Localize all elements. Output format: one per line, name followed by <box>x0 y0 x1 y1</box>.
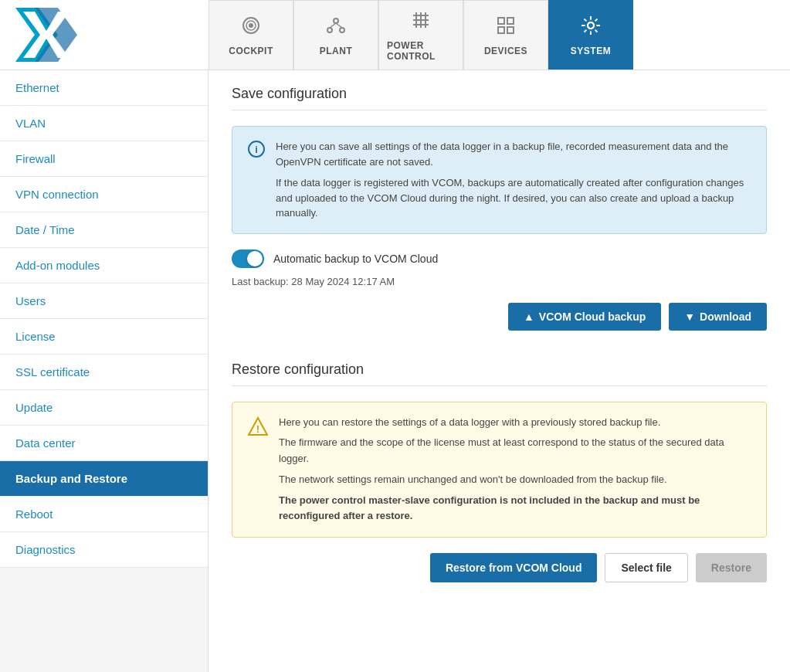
toggle-label: Automatic backup to VCOM Cloud <box>273 253 438 265</box>
download-icon: ▼ <box>684 311 695 323</box>
tab-power-control-label: POWER CONTROL <box>387 40 455 62</box>
tab-power-control[interactable]: POWER CONTROL <box>378 0 463 70</box>
tab-devices[interactable]: DEVICES <box>463 0 548 70</box>
sidebar-item-update[interactable]: Update <box>0 390 208 426</box>
vcom-up-icon: ▲ <box>524 311 534 323</box>
sidebar-item-datacenter[interactable]: Data center <box>0 426 208 461</box>
save-button-row: ▲ VCOM Cloud backup ▼ Download <box>232 303 767 331</box>
restore-config-divider <box>232 385 767 386</box>
svg-point-4 <box>249 23 253 28</box>
save-config-section: Save configuration i Here you can save a… <box>209 70 790 346</box>
restore-vcom-label: Restore from VCOM Cloud <box>446 562 582 574</box>
restore-warn-box: ! Here you can restore the settings of a… <box>232 402 767 538</box>
save-info-box: i Here you can save all settings of the … <box>232 126 767 234</box>
download-button[interactable]: ▼ Download <box>669 303 767 331</box>
svg-point-8 <box>340 28 344 32</box>
tab-system[interactable]: SYSTEM <box>548 0 633 70</box>
restore-warn-line4: The power control master-slave configura… <box>279 493 751 525</box>
svg-rect-19 <box>498 27 504 33</box>
auto-backup-toggle-row: Automatic backup to VCOM Cloud <box>232 249 767 268</box>
svg-text:!: ! <box>256 423 259 435</box>
auto-backup-toggle[interactable] <box>232 249 264 268</box>
sidebar-item-ssl[interactable]: SSL certificate <box>0 355 208 390</box>
restore-label: Restore <box>711 562 751 574</box>
svg-rect-20 <box>507 27 514 33</box>
power-control-icon <box>410 9 432 36</box>
last-backup-value: 28 May 2024 12:17 AM <box>291 276 395 287</box>
restore-warn-line1: Here you can restore the settings of a d… <box>279 415 751 431</box>
plant-icon <box>325 15 347 41</box>
warning-triangle-icon: ! <box>248 416 268 525</box>
save-info-line1: Here you can save all settings of the da… <box>276 139 751 169</box>
save-config-title: Save configuration <box>232 86 767 102</box>
svg-text:i: i <box>255 144 258 155</box>
vcom-backup-label: VCOM Cloud backup <box>539 311 646 323</box>
svg-point-6 <box>334 19 338 23</box>
tab-cockpit[interactable]: COCKPIT <box>209 0 293 70</box>
svg-point-22 <box>588 22 594 29</box>
sidebar-item-vpn[interactable]: VPN connection <box>0 177 208 212</box>
svg-point-7 <box>327 28 332 32</box>
tab-devices-label: DEVICES <box>484 46 527 56</box>
sidebar: Ethernet VLAN Firewall VPN connection Da… <box>0 70 209 672</box>
sidebar-item-addon[interactable]: Add-on modules <box>0 248 208 283</box>
toggle-knob <box>247 251 263 266</box>
system-icon <box>580 15 602 41</box>
cockpit-icon <box>240 15 262 41</box>
devices-icon <box>495 15 517 41</box>
sidebar-item-reboot[interactable]: Reboot <box>0 497 208 532</box>
save-info-line2: If the data logger is registered with VC… <box>276 175 751 221</box>
sidebar-item-backup-restore[interactable]: Backup and Restore <box>0 461 208 497</box>
save-config-divider <box>232 110 767 110</box>
vcom-cloud-backup-button[interactable]: ▲ VCOM Cloud backup <box>508 303 661 331</box>
tab-plant-label: PLANT <box>320 46 353 56</box>
restore-warn-line3: The network settings remain unchanged an… <box>279 472 751 488</box>
restore-warn-line2: The firmware and the scope of the licens… <box>279 435 751 467</box>
sidebar-item-firewall[interactable]: Firewall <box>0 141 208 177</box>
main-content: Save configuration i Here you can save a… <box>209 70 790 672</box>
nav-tabs: COCKPIT PLANT POWER CONTROL DEVICES <box>209 0 790 70</box>
info-circle-icon: i <box>248 141 265 221</box>
restore-vcom-button[interactable]: Restore from VCOM Cloud <box>430 553 598 582</box>
select-file-button[interactable]: Select file <box>605 553 687 582</box>
tab-system-label: SYSTEM <box>571 46 611 56</box>
logo-area <box>0 0 209 70</box>
sidebar-item-diagnostics[interactable]: Diagnostics <box>0 532 208 568</box>
logo-icon <box>15 8 77 62</box>
svg-rect-17 <box>498 18 504 24</box>
sidebar-item-ethernet[interactable]: Ethernet <box>0 70 208 106</box>
sidebar-item-datetime[interactable]: Date / Time <box>0 212 208 248</box>
restore-config-section: Restore configuration ! Here you can res… <box>209 346 790 599</box>
sidebar-item-users[interactable]: Users <box>0 283 208 319</box>
restore-warn-text: Here you can restore the settings of a d… <box>279 415 751 525</box>
svg-line-9 <box>330 23 336 28</box>
sidebar-item-license[interactable]: License <box>0 319 208 355</box>
sidebar-item-vlan[interactable]: VLAN <box>0 106 208 141</box>
last-backup-info: Last backup: 28 May 2024 12:17 AM <box>232 276 767 287</box>
svg-rect-18 <box>507 18 514 24</box>
restore-button[interactable]: Restore <box>696 553 767 582</box>
svg-line-10 <box>336 23 342 28</box>
last-backup-label: Last backup: <box>232 276 289 287</box>
tab-cockpit-label: COCKPIT <box>229 46 273 56</box>
download-label: Download <box>700 311 751 323</box>
restore-button-row: Restore from VCOM Cloud Select file Rest… <box>232 553 767 582</box>
save-info-text: Here you can save all settings of the da… <box>276 139 751 221</box>
restore-config-title: Restore configuration <box>232 361 767 378</box>
select-file-label: Select file <box>621 562 671 574</box>
tab-plant[interactable]: PLANT <box>293 0 378 70</box>
